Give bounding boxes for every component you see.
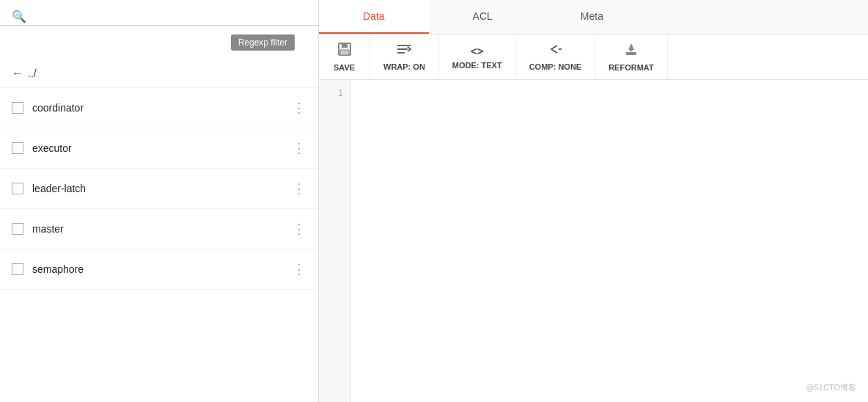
more-options-icon[interactable]: ⋮ (293, 261, 306, 277)
key-label: master (32, 223, 64, 235)
wrap-icon (396, 43, 412, 59)
key-label: semaphore (32, 263, 84, 275)
regexp-filter-button[interactable]: Regexp filter (231, 34, 295, 51)
save-button[interactable]: SAVE (319, 34, 370, 79)
svg-rect-1 (342, 43, 347, 48)
editor-area: 1 (319, 80, 868, 402)
toolbar-row: SAVE WRAP: ON <> MODE: TEXT (319, 34, 868, 80)
back-label: ../ (28, 67, 37, 79)
right-panel: DataACLMeta SAVE WRAP: ON (319, 0, 868, 402)
svg-rect-7 (626, 52, 636, 55)
back-nav[interactable]: ← ../ (0, 59, 318, 88)
reformat-icon (624, 42, 639, 60)
mode-button[interactable]: <> MODE: TEXT (439, 37, 516, 77)
save-icon (337, 42, 352, 60)
more-options-icon[interactable]: ⋮ (293, 180, 306, 197)
wrap-button[interactable]: WRAP: ON (370, 35, 439, 78)
key-item-left: master (12, 223, 64, 235)
regexp-filter-container: Regexp filter (0, 26, 318, 59)
key-item-left: executor (12, 142, 72, 154)
more-options-icon[interactable]: ⋮ (293, 221, 306, 237)
save-label: SAVE (334, 63, 355, 72)
list-item[interactable]: leader-latch ⋮ (0, 169, 318, 209)
search-bar: 🔍 (0, 0, 318, 26)
comp-button[interactable]: COMP: NONE (516, 35, 596, 78)
checkbox[interactable] (12, 223, 23, 235)
search-icon: 🔍 (12, 10, 26, 23)
mode-icon: <> (471, 45, 484, 58)
reformat-button[interactable]: REFORMAT (595, 34, 668, 79)
line-number-1: 1 (338, 86, 343, 100)
watermark: @51CTO博客 (806, 382, 856, 393)
key-item-left: semaphore (12, 263, 84, 275)
back-arrow-icon: ← (12, 67, 23, 80)
key-label: coordinator (32, 102, 84, 114)
line-numbers: 1 (319, 80, 351, 402)
tab-data[interactable]: Data (319, 0, 429, 34)
checkbox[interactable] (12, 102, 23, 114)
key-label: leader-latch (32, 183, 86, 194)
tab-meta[interactable]: Meta (537, 0, 647, 34)
checkbox[interactable] (12, 142, 23, 154)
key-item-left: coordinator (12, 102, 84, 114)
search-input[interactable] (32, 7, 306, 25)
left-panel: 🔍 Regexp filter ← ../ coordinator ⋮ exec… (0, 0, 319, 402)
editor-content[interactable] (351, 80, 868, 402)
list-item[interactable]: master ⋮ (0, 209, 318, 249)
list-item[interactable]: semaphore ⋮ (0, 249, 318, 290)
svg-rect-2 (340, 50, 349, 55)
tabs-row: DataACLMeta (319, 0, 868, 34)
key-list: coordinator ⋮ executor ⋮ leader-latch ⋮ … (0, 88, 318, 402)
key-item-left: leader-latch (12, 183, 86, 194)
list-item[interactable]: coordinator ⋮ (0, 88, 318, 128)
more-options-icon[interactable]: ⋮ (293, 140, 306, 156)
checkbox[interactable] (12, 183, 23, 194)
list-item[interactable]: executor ⋮ (0, 128, 318, 169)
more-options-icon[interactable]: ⋮ (293, 100, 306, 116)
key-label: executor (32, 142, 72, 154)
checkbox[interactable] (12, 263, 23, 275)
mode-label: MODE: TEXT (452, 61, 502, 70)
comp-icon (547, 43, 563, 59)
wrap-label: WRAP: ON (383, 62, 425, 71)
tab-acl[interactable]: ACL (429, 0, 537, 34)
reformat-label: REFORMAT (608, 63, 654, 72)
comp-label: COMP: NONE (529, 62, 582, 71)
